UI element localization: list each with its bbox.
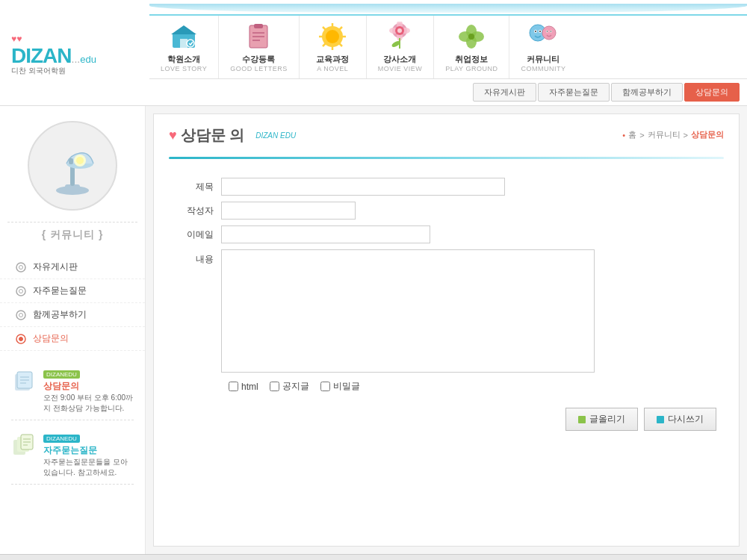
content-textarea[interactable] — [221, 249, 595, 373]
checkbox-notice[interactable]: 공지글 — [270, 380, 309, 393]
promo-content-2: DIZANEDU 자주묻는질문 자주묻는질문문들을 모아있습니다. 참고하세요. — [43, 432, 134, 478]
header-top: ♥♥ DIZAN...edu 디찬 외국어학원 — [0, 0, 747, 105]
form-row-author: 작성자 — [176, 202, 716, 220]
nav-wave-decoration — [149, 4, 747, 13]
curriculum-icon — [317, 22, 347, 52]
sub-tabs: 자유게시판 자주묻는질문 함께공부하기 상담문의 — [149, 78, 747, 105]
promo-box-1: DIZANEDU 상담문의 오전 9:00 부터 오후 6:00까지 전화상담 … — [11, 362, 134, 420]
main: { 커뮤니티 } 자유게시판 자주묻는질문 함께공부하기 — [0, 106, 747, 554]
form-row-email: 이메일 — [176, 225, 716, 243]
svg-point-11 — [326, 30, 339, 43]
sidebar-item-faq[interactable]: 자주묻는질문 — [0, 279, 145, 303]
footer: DIZAN ...edu 주소: OOO시 OO구 OO동 OO빌딩 3F | … — [0, 554, 747, 560]
promo-icon-1 — [11, 368, 37, 394]
reset-button[interactable]: 다시쓰기 — [644, 408, 716, 431]
svg-marker-1 — [171, 25, 196, 34]
svg-point-57 — [16, 311, 25, 320]
teacher-icon — [385, 22, 415, 52]
submit-button[interactable]: 글올리기 — [565, 408, 638, 431]
notice-checkbox[interactable] — [270, 382, 279, 391]
logo-area: ♥♥ DIZAN...edu 디찬 외국어학원 — [0, 26, 149, 84]
sidebar-menu: 자유게시판 자주묻는질문 함께공부하기 상담문의 — [0, 252, 145, 355]
logo-main: DIZAN...edu — [11, 44, 138, 68]
sidebar-mascot — [0, 113, 145, 218]
title-heart-icon: ♥ — [169, 128, 177, 143]
svg-point-55 — [16, 287, 25, 296]
circle-icon — [15, 261, 27, 273]
subtab-together[interactable]: 함께공부하기 — [611, 83, 683, 102]
register-icon — [244, 22, 273, 52]
svg-point-45 — [551, 31, 552, 32]
svg-rect-52 — [69, 158, 73, 164]
circle-icon-4 — [15, 333, 27, 345]
nav-item-school[interactable]: 학원소개 LOVE STORY — [149, 16, 219, 78]
school-icon — [169, 22, 199, 52]
nav-item-curriculum[interactable]: 교육과정 A NOVEL — [300, 16, 367, 78]
checkbox-html[interactable]: html — [229, 382, 258, 392]
svg-line-17 — [340, 44, 343, 47]
dizan-edu-badge: DIZAN EDU — [255, 131, 296, 140]
content-divider — [169, 157, 724, 159]
sidebar-promo: DIZANEDU 상담문의 오전 9:00 부터 오후 6:00까지 전화상담 … — [0, 355, 145, 492]
breadcrumb: • 홈 > 커뮤니티 > 상담문의 — [622, 129, 724, 140]
svg-point-26 — [397, 28, 402, 33]
logo-heart: ♥♥ — [11, 34, 138, 44]
promo-content-1: DIZANEDU 상담문의 오전 9:00 부터 오후 6:00까지 전화상담 … — [43, 368, 134, 414]
submit-icon — [578, 416, 586, 423]
svg-point-38 — [535, 31, 536, 32]
promo-icon-2 — [11, 432, 37, 458]
svg-line-18 — [340, 27, 343, 30]
email-label: 이메일 — [176, 228, 221, 241]
title-label: 제목 — [176, 181, 221, 193]
community-title: { 커뮤니티 } — [7, 222, 137, 248]
sidebar-item-consult[interactable]: 상담문의 — [0, 327, 145, 351]
email-field — [221, 225, 716, 243]
author-field — [221, 202, 716, 220]
page-title-area: ♥ 상담문 의 DIZAN EDU — [169, 125, 296, 146]
sidebar-item-freeboard[interactable]: 자유게시판 — [0, 255, 145, 279]
circle-icon-3 — [15, 309, 27, 321]
circle-icon-2 — [15, 285, 27, 297]
page-header: ♥ 상담문 의 DIZAN EDU • 홈 > 커뮤니티 > 상담문의 — [169, 125, 724, 146]
promo-box-2: DIZANEDU 자주묻는질문 자주묻는질문문들을 모아있습니다. 참고하세요. — [11, 426, 134, 485]
svg-point-51 — [76, 157, 84, 164]
nav-item-community[interactable]: 커뮤니티 COMMUNITY — [509, 16, 577, 78]
header: ♥♥ DIZAN...edu 디찬 외국어학원 — [0, 0, 747, 106]
svg-point-60 — [19, 337, 23, 340]
options-row: html 공지글 비밀글 — [176, 380, 716, 393]
page-title: 상담문 의 — [181, 125, 245, 146]
subtab-freeboard[interactable]: 자유게시판 — [473, 83, 536, 102]
svg-line-19 — [323, 44, 326, 47]
sidebar-item-together[interactable]: 함께공부하기 — [0, 303, 145, 327]
subtab-faq[interactable]: 자주묻는질문 — [538, 83, 610, 102]
nav-area: 학원소개 LOVE STORY — [149, 4, 747, 105]
title-input[interactable] — [221, 178, 505, 196]
form-row-title: 제목 — [176, 178, 716, 196]
svg-rect-9 — [254, 24, 263, 28]
sidebar: { 커뮤니티 } 자유게시판 자주묻는질문 함께공부하기 — [0, 106, 146, 554]
svg-point-33 — [468, 34, 474, 40]
content-area: ♥ 상담문 의 DIZAN EDU • 홈 > 커뮤니티 > 상담문의 제목 — [153, 113, 740, 547]
consult-form: 제목 작성자 이메일 내용 — [169, 174, 724, 435]
title-field — [221, 178, 716, 196]
nav-item-jobs[interactable]: 취업정보 PLAY GROUND — [434, 16, 509, 78]
svg-point-44 — [547, 31, 548, 32]
subtab-consult[interactable]: 상담문의 — [684, 83, 740, 102]
mascot-circle — [28, 121, 117, 211]
html-checkbox[interactable] — [229, 382, 238, 391]
button-row: 글올리기 다시쓰기 — [176, 408, 716, 431]
author-label: 작성자 — [176, 205, 221, 217]
svg-point-53 — [16, 263, 25, 272]
svg-point-54 — [19, 265, 23, 269]
email-input[interactable] — [221, 225, 430, 243]
reset-icon — [657, 416, 664, 423]
svg-point-56 — [19, 289, 23, 293]
secret-checkbox[interactable] — [320, 382, 330, 391]
svg-line-16 — [323, 27, 326, 30]
nav-item-teacher[interactable]: 강사소개 MOVIE VIEW — [367, 16, 435, 78]
svg-point-39 — [539, 31, 541, 32]
author-input[interactable] — [221, 202, 356, 220]
content-label: 내용 — [176, 249, 221, 266]
checkbox-secret[interactable]: 비밀글 — [320, 380, 360, 393]
nav-item-register[interactable]: 수강등록 GOOD LETTERS — [219, 16, 300, 78]
